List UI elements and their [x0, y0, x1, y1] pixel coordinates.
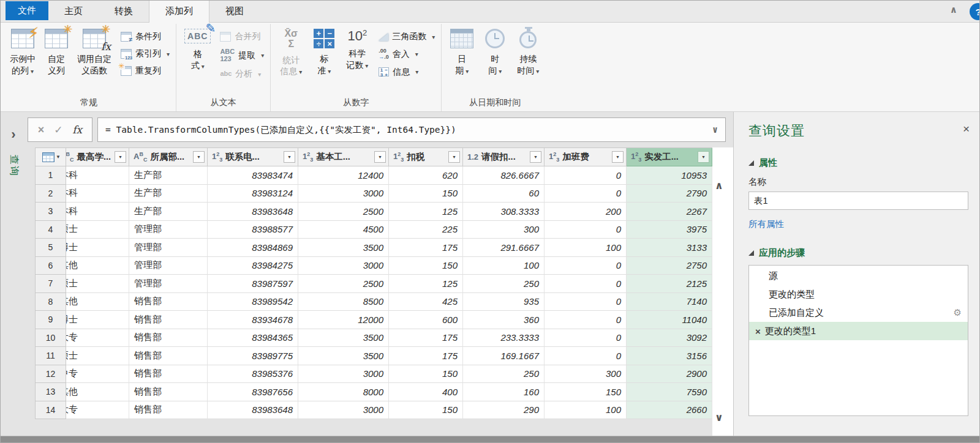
row-number[interactable]: 3	[36, 203, 66, 221]
table-cell[interactable]: 175	[389, 239, 463, 257]
table-cell[interactable]: 100	[545, 239, 627, 257]
row-number[interactable]: 10	[36, 329, 66, 348]
formula-fx-icon[interactable]: fx	[72, 124, 82, 136]
table-cell[interactable]: 83983648	[208, 401, 298, 420]
table-cell[interactable]: 3500	[298, 347, 389, 365]
format-button[interactable]: ABC✎ 格 式	[180, 24, 215, 73]
scroll-up-icon[interactable]: ∧	[715, 179, 723, 192]
table-cell[interactable]: 3000	[298, 365, 389, 384]
table-cell[interactable]: 管理部	[129, 239, 208, 257]
table-cell[interactable]: 博士	[66, 239, 129, 257]
custom-column-button[interactable]: ✳ 自定 义列	[40, 24, 73, 78]
table-cell[interactable]: 0	[545, 329, 627, 348]
filter-dropdown-button[interactable]: ▼	[698, 151, 709, 163]
table-cell[interactable]: 0	[545, 275, 627, 293]
table-cell[interactable]: 其他	[66, 257, 129, 275]
table-cell[interactable]: 管理部	[129, 275, 208, 293]
table-cell[interactable]: 2125	[627, 275, 712, 293]
table-cell[interactable]: 83983124	[208, 185, 298, 203]
column-header[interactable]: 1.2请假扣...▼	[463, 148, 545, 166]
table-cell[interactable]: 硕士	[66, 275, 129, 293]
row-number[interactable]: 9	[36, 311, 66, 329]
table-cell[interactable]: 300	[545, 365, 627, 384]
table-cell[interactable]: 83984365	[208, 329, 298, 348]
applied-step-item[interactable]: ×更改的类型1	[749, 322, 968, 340]
invoke-custom-function-button[interactable]: ✳fx 调用自定 义函数	[73, 24, 116, 78]
applied-step-item[interactable]: 更改的类型	[749, 285, 968, 303]
expand-queries-pane-icon[interactable]: ›	[1, 128, 26, 141]
table-cell[interactable]: 291.6667	[463, 239, 545, 257]
table-cell[interactable]: 125	[389, 203, 463, 221]
column-header[interactable]: 123基本工...▼	[298, 148, 389, 166]
table-cell[interactable]: 0	[545, 221, 627, 239]
table-cell[interactable]: 175	[389, 347, 463, 365]
table-cell[interactable]: 290	[463, 401, 545, 420]
help-icon[interactable]: ?	[970, 3, 980, 20]
filter-dropdown-button[interactable]: ▼	[448, 151, 460, 163]
row-number[interactable]: 7	[36, 275, 66, 293]
index-column-button[interactable]: 123 索引列	[121, 48, 170, 59]
table-cell[interactable]: 3500	[298, 329, 389, 348]
table-cell[interactable]: 175	[389, 329, 463, 348]
table-cell[interactable]: 销售部	[129, 347, 208, 365]
tab-file[interactable]: 文件	[6, 1, 48, 20]
table-cell[interactable]: 150	[545, 383, 627, 401]
table-cell[interactable]: 150	[389, 401, 463, 420]
column-header[interactable]: 123加班费▼	[545, 148, 627, 166]
table-cell[interactable]: 2660	[627, 401, 712, 420]
scroll-down-icon[interactable]: ∨	[715, 411, 723, 424]
table-cell[interactable]: 管理部	[129, 221, 208, 239]
table-cell[interactable]: 生产部	[129, 166, 208, 185]
properties-header[interactable]: 属性	[748, 157, 968, 169]
table-cell[interactable]: 826.6667	[463, 166, 545, 185]
queries-pane-label[interactable]: 查询	[7, 155, 20, 178]
table-cell[interactable]: 100	[545, 401, 627, 420]
rounding-button[interactable]: .00→.0 舍入	[379, 48, 435, 61]
table-cell[interactable]: 其他	[66, 293, 129, 311]
row-number[interactable]: 14	[36, 401, 66, 420]
applied-step-item[interactable]: 源	[749, 267, 968, 285]
formula-input[interactable]: = Table.TransformColumnTypes(已添加自定义,{{"实…	[97, 117, 726, 142]
table-cell[interactable]: 0	[545, 185, 627, 203]
table-cell[interactable]: 83983474	[208, 166, 298, 185]
table-cell[interactable]: 83988577	[208, 221, 298, 239]
query-name-input[interactable]	[748, 192, 968, 210]
duplicate-column-button[interactable]: ✳ 重复列	[121, 65, 170, 76]
column-header[interactable]: 123联系电...▼	[208, 148, 298, 166]
table-cell[interactable]: 83989542	[208, 293, 298, 311]
table-cell[interactable]: 生产部	[129, 185, 208, 203]
table-cell[interactable]: 308.3333	[463, 203, 545, 221]
table-cell[interactable]: 7590	[627, 383, 712, 401]
table-cell[interactable]: 销售部	[129, 311, 208, 329]
applied-steps-header[interactable]: 应用的步骤	[748, 247, 968, 259]
filter-dropdown-button[interactable]: ▼	[193, 151, 205, 163]
information-button[interactable]: 1−3+ 信息	[379, 67, 435, 78]
table-cell[interactable]: 销售部	[129, 329, 208, 348]
row-number[interactable]: 4	[36, 221, 66, 239]
table-cell[interactable]: 150	[389, 257, 463, 275]
table-cell[interactable]: 125	[389, 275, 463, 293]
applied-step-item[interactable]: 已添加自定义⚙	[749, 303, 968, 322]
table-cell[interactable]: 400	[389, 383, 463, 401]
conditional-column-button[interactable]: ≠ 条件列	[121, 31, 170, 42]
table-cell[interactable]: 销售部	[129, 293, 208, 311]
table-cell[interactable]: 销售部	[129, 401, 208, 420]
table-cell[interactable]: 300	[463, 221, 545, 239]
table-cell[interactable]: 3000	[298, 185, 389, 203]
table-cell[interactable]: 250	[463, 275, 545, 293]
table-cell[interactable]: 销售部	[129, 383, 208, 401]
parse-button[interactable]: abc 分析	[220, 69, 264, 80]
extract-button[interactable]: ABC123 提取	[220, 48, 264, 62]
table-cell[interactable]: 销售部	[129, 365, 208, 384]
table-cell[interactable]: 10953	[627, 166, 712, 185]
table-cell[interactable]: 2790	[627, 185, 712, 203]
row-number[interactable]: 2	[36, 185, 66, 203]
time-button[interactable]: 时 间	[478, 24, 511, 78]
table-cell[interactable]: 83983648	[208, 203, 298, 221]
table-cell[interactable]: 3500	[298, 239, 389, 257]
filter-dropdown-button[interactable]: ▼	[612, 151, 624, 163]
table-cell[interactable]: 8500	[298, 293, 389, 311]
delete-step-icon[interactable]: ×	[755, 326, 761, 337]
tab-add-column[interactable]: 添加列	[149, 0, 209, 23]
formula-expand-icon[interactable]: ∨	[712, 124, 718, 135]
